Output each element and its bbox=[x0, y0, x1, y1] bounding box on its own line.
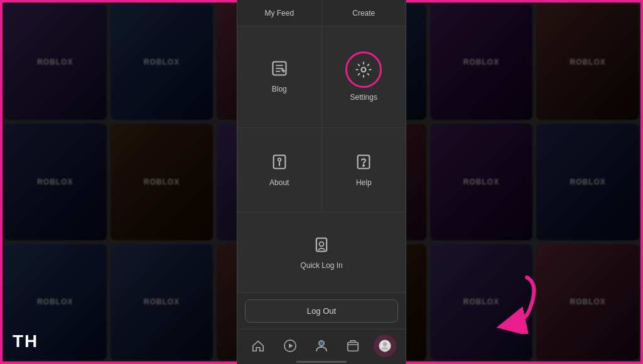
menu-item-quick-login[interactable]: Quick Log In bbox=[237, 213, 406, 292]
quick-login-label: Quick Log In bbox=[300, 261, 342, 270]
menu-item-blog[interactable]: Blog bbox=[237, 26, 322, 127]
help-icon bbox=[355, 153, 372, 173]
bg-tile: ROBLOX bbox=[430, 244, 533, 360]
bg-tile: ROBLOX bbox=[430, 124, 533, 240]
menu-item-about[interactable]: About bbox=[237, 128, 322, 213]
bottom-nav bbox=[237, 329, 406, 361]
bottom-nav-play[interactable] bbox=[279, 335, 301, 357]
svg-point-6 bbox=[278, 158, 281, 161]
svg-point-9 bbox=[363, 165, 364, 166]
bottom-nav-home[interactable] bbox=[247, 335, 269, 357]
bottom-nav-profile[interactable] bbox=[374, 335, 396, 357]
top-nav-item-create[interactable]: Create bbox=[322, 0, 406, 26]
help-label: Help bbox=[356, 178, 372, 187]
quick-login-icon bbox=[313, 236, 330, 256]
bg-tile: ROBLOX bbox=[536, 4, 639, 120]
blog-icon bbox=[271, 60, 288, 80]
menu-item-help[interactable]: Help bbox=[322, 128, 406, 213]
logout-button[interactable]: Log Out bbox=[245, 299, 398, 323]
svg-point-15 bbox=[319, 341, 324, 346]
svg-rect-5 bbox=[273, 155, 285, 168]
logout-row: Log Out bbox=[237, 292, 406, 329]
menu-item-settings[interactable]: Settings bbox=[322, 26, 406, 127]
bottom-nav-avatar[interactable] bbox=[310, 335, 333, 357]
svg-marker-13 bbox=[289, 343, 293, 348]
bg-tile: ROBLOX bbox=[111, 4, 213, 120]
svg-rect-16 bbox=[348, 342, 359, 351]
svg-point-4 bbox=[362, 68, 366, 72]
settings-label: Settings bbox=[350, 93, 377, 102]
home-indicator-bar bbox=[296, 361, 347, 363]
bg-tile: ROBLOX bbox=[111, 124, 213, 240]
blog-label: Blog bbox=[272, 85, 287, 94]
menu-grid: Blog Settings About bbox=[237, 26, 406, 292]
top-nav: My Feed Create bbox=[237, 0, 406, 26]
settings-highlight-circle bbox=[345, 51, 382, 88]
svg-point-18 bbox=[383, 342, 387, 346]
bg-tile: ROBLOX bbox=[4, 124, 107, 240]
home-indicator bbox=[237, 361, 406, 364]
about-icon bbox=[271, 153, 288, 173]
watermark: TH bbox=[13, 331, 38, 351]
bg-tile: ROBLOX bbox=[4, 4, 107, 120]
bg-tile: ROBLOX bbox=[111, 244, 213, 360]
bg-tile: ROBLOX bbox=[536, 124, 639, 240]
bg-tile: ROBLOX bbox=[430, 4, 533, 120]
svg-point-11 bbox=[320, 242, 324, 246]
phone-panel: My Feed Create Blog bbox=[237, 0, 406, 364]
bottom-nav-catalog[interactable] bbox=[342, 335, 364, 357]
bg-tile: ROBLOX bbox=[536, 244, 639, 360]
top-nav-item-my-feed[interactable]: My Feed bbox=[237, 0, 322, 26]
about-label: About bbox=[269, 178, 289, 187]
svg-rect-10 bbox=[316, 238, 327, 251]
